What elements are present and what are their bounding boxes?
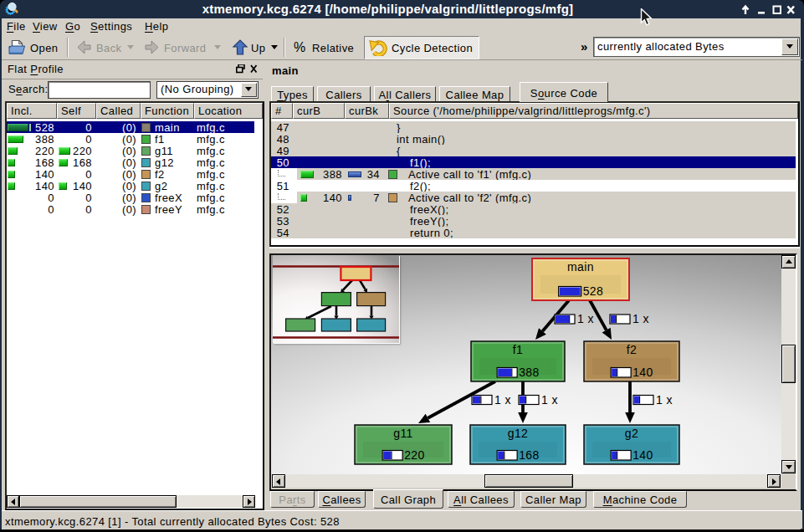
svg-text:168: 168 xyxy=(519,448,540,462)
svg-text:f1: f1 xyxy=(513,343,523,356)
svg-text:1 x: 1 x xyxy=(656,393,673,407)
svg-text:f2: f2 xyxy=(627,343,637,356)
svg-text:1 x: 1 x xyxy=(632,312,649,325)
svg-text:1 x: 1 x xyxy=(577,312,594,325)
svg-text:1 x: 1 x xyxy=(494,393,511,407)
svg-text:140: 140 xyxy=(632,448,653,462)
svg-text:388: 388 xyxy=(519,366,540,379)
svg-text:g11: g11 xyxy=(393,427,413,440)
svg-text:140: 140 xyxy=(632,366,653,379)
svg-text:g12: g12 xyxy=(508,427,529,440)
svg-text:main: main xyxy=(567,260,594,274)
svg-text:220: 220 xyxy=(404,448,425,462)
svg-text:1 x: 1 x xyxy=(541,393,558,407)
svg-text:528: 528 xyxy=(583,284,604,298)
svg-text:g2: g2 xyxy=(625,427,638,440)
